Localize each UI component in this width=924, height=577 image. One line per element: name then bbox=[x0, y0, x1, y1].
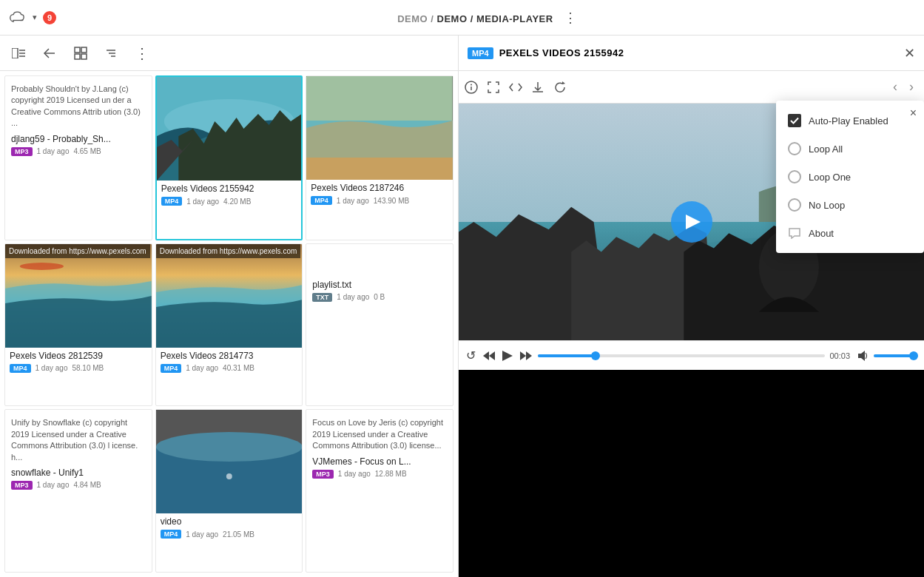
card-description: Unify by Snowflake (c) copyright 2019 Li… bbox=[11, 417, 146, 463]
file-age: 1 day ago bbox=[186, 530, 218, 539]
file-size: 40.31 MB bbox=[223, 364, 254, 372]
file-type-badge: MP4 bbox=[311, 196, 332, 205]
browser-toolbar: ⋮ bbox=[0, 36, 458, 71]
volume-fill bbox=[874, 354, 914, 357]
card-meta: MP3 1 day ago 4.65 MB bbox=[11, 147, 146, 156]
sidebar-toggle-button[interactable] bbox=[9, 45, 28, 61]
volume-thumb bbox=[909, 351, 918, 360]
card-meta: MP4 1 day ago 58.10 MB bbox=[10, 364, 147, 373]
svg-rect-5 bbox=[75, 47, 80, 53]
list-item[interactable]: Probably Shouldn't by J.Lang (c) copyrig… bbox=[4, 75, 152, 240]
refresh-button[interactable] bbox=[553, 81, 567, 94]
svg-rect-7 bbox=[75, 54, 80, 59]
list-item[interactable]: Downloaded from https://www.pexels.com P… bbox=[4, 243, 152, 407]
cloud-button[interactable]: ▾ bbox=[9, 11, 37, 24]
fast-forward-button[interactable] bbox=[519, 349, 533, 362]
dropdown-close-button[interactable]: × bbox=[910, 107, 917, 120]
download-button[interactable] bbox=[531, 81, 544, 94]
black-video-area bbox=[459, 370, 924, 577]
play-button[interactable] bbox=[671, 201, 712, 243]
volume-bar[interactable] bbox=[874, 354, 918, 357]
auto-play-option[interactable]: Auto-Play Enabled bbox=[776, 107, 924, 135]
info-button[interactable] bbox=[465, 81, 478, 94]
file-type-badge: MP3 bbox=[11, 481, 33, 490]
grid-view-button[interactable] bbox=[71, 44, 90, 63]
card-title: snowflake - Unify1 bbox=[11, 468, 146, 478]
prev-nav-button[interactable]: ‹ bbox=[888, 78, 902, 96]
back-button[interactable] bbox=[40, 44, 59, 62]
file-type-badge: MP4 bbox=[161, 364, 182, 373]
more-menu-button[interactable]: ⋮ bbox=[561, 7, 580, 29]
loop-one-option[interactable]: Loop One bbox=[776, 163, 924, 191]
card-info: Unify by Snowflake (c) copyright 2019 Li… bbox=[5, 410, 152, 494]
fullscreen-button[interactable] bbox=[487, 81, 500, 94]
file-size: 21.05 MB bbox=[223, 530, 254, 539]
card-meta: MP3 1 day ago 4.84 MB bbox=[11, 481, 146, 490]
card-meta: MP4 1 day ago 40.31 MB bbox=[161, 364, 298, 373]
file-type-badge: TXT bbox=[312, 293, 332, 302]
comment-icon bbox=[788, 226, 801, 240]
file-type-badge: MP4 bbox=[161, 197, 183, 206]
player-topbar: MP4 PEXELS VIDEOS 2155942 ✕ bbox=[459, 36, 924, 71]
progress-thumb bbox=[591, 351, 600, 360]
media-player-panel: MP4 PEXELS VIDEOS 2155942 ✕ ‹ bbox=[459, 36, 924, 577]
card-title: djlang59 - Probably_Sh... bbox=[11, 134, 146, 144]
embed-button[interactable] bbox=[509, 82, 522, 92]
card-title: VJMemes - Focus on L... bbox=[312, 456, 447, 467]
list-item[interactable]: Downloaded from https://www.pexels.com P… bbox=[155, 75, 303, 240]
file-browser-panel: ⋮ Probably Shouldn't by J.Lang (c) copyr… bbox=[0, 36, 459, 577]
replay-button[interactable]: ↺ bbox=[465, 347, 477, 364]
player-title: PEXELS VIDEOS 2155942 bbox=[499, 47, 898, 58]
file-grid: Probably Shouldn't by J.Lang (c) copyrig… bbox=[0, 71, 458, 577]
list-item[interactable]: Focus on Love by Jeris (c) copyright 201… bbox=[306, 409, 453, 573]
no-loop-option[interactable]: No Loop bbox=[776, 191, 924, 219]
next-nav-button[interactable]: › bbox=[905, 78, 918, 96]
file-type-badge: MP3 bbox=[11, 147, 33, 156]
play-pause-button[interactable] bbox=[501, 348, 514, 363]
player-close-button[interactable]: ✕ bbox=[904, 45, 915, 61]
volume-button[interactable] bbox=[854, 349, 869, 362]
player-type-badge: MP4 bbox=[468, 47, 493, 59]
file-age: 1 day ago bbox=[36, 364, 68, 372]
list-item[interactable]: Downloaded from https://www.pexels.com P… bbox=[306, 75, 453, 240]
svg-point-20 bbox=[156, 432, 303, 462]
breadcrumb: DEMO / DEMO / MEDIA-PLAYER ⋮ bbox=[62, 7, 915, 29]
loop-one-label: Loop One bbox=[809, 172, 851, 183]
settings-dropdown: × Auto-Play Enabled Loop All Loop One No… bbox=[776, 101, 924, 253]
more-options-button[interactable]: ⋮ bbox=[132, 41, 152, 65]
no-loop-label: No Loop bbox=[809, 200, 845, 211]
check-icon bbox=[788, 114, 801, 127]
list-item[interactable]: playlist.txt TXT 1 day ago 0 B bbox=[306, 243, 453, 407]
svg-rect-8 bbox=[81, 54, 87, 59]
svg-rect-0 bbox=[12, 48, 18, 58]
card-title: playlist.txt bbox=[312, 280, 447, 290]
list-item[interactable]: Downloaded from https://www.pexels.com v… bbox=[155, 409, 303, 573]
list-item[interactable]: Unify by Snowflake (c) copyright 2019 Li… bbox=[4, 409, 152, 573]
file-age: 1 day ago bbox=[337, 197, 369, 205]
sort-button[interactable] bbox=[102, 44, 120, 62]
card-thumbnail: Downloaded from https://www.pexels.com bbox=[156, 410, 303, 513]
file-size: 4.20 MB bbox=[223, 198, 251, 206]
progress-bar[interactable] bbox=[538, 354, 825, 357]
file-type-badge: MP3 bbox=[312, 470, 334, 479]
file-size: 12.88 MB bbox=[375, 470, 407, 478]
file-age: 1 day ago bbox=[37, 481, 70, 489]
nav-arrows: ‹ › bbox=[888, 78, 918, 96]
file-age: 1 day ago bbox=[337, 293, 369, 301]
main-content: ⋮ Probably Shouldn't by J.Lang (c) copyr… bbox=[0, 36, 924, 577]
card-thumbnail: Downloaded from https://www.pexels.com bbox=[5, 244, 152, 348]
card-title: Pexels Videos 2155942 bbox=[161, 183, 297, 194]
card-thumbnail: Downloaded from https://www.pexels.com bbox=[156, 244, 303, 348]
player-toolbar: ‹ › bbox=[459, 71, 924, 104]
list-item[interactable]: Downloaded from https://www.pexels.com P… bbox=[155, 243, 303, 407]
loop-all-option[interactable]: Loop All bbox=[776, 135, 924, 163]
radio-icon bbox=[788, 170, 801, 183]
card-meta: MP4 1 day ago 21.05 MB bbox=[161, 530, 298, 539]
rewind-button[interactable] bbox=[482, 349, 496, 362]
card-meta: MP4 1 day ago 4.20 MB bbox=[161, 197, 297, 206]
about-option[interactable]: About bbox=[776, 219, 924, 247]
card-info: Probably Shouldn't by J.Lang (c) copyrig… bbox=[5, 76, 152, 161]
svg-point-17 bbox=[20, 263, 64, 270]
file-size: 4.84 MB bbox=[73, 481, 101, 489]
file-size: 0 B bbox=[374, 293, 385, 301]
